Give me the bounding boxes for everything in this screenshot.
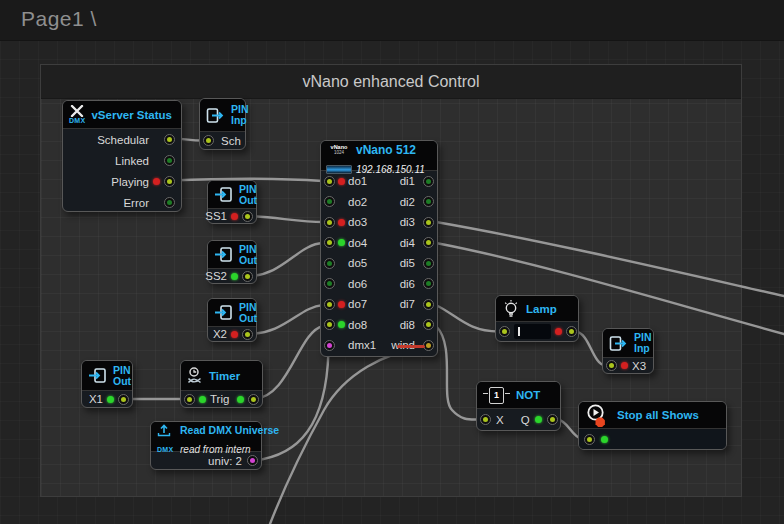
port-x2[interactable] (242, 329, 253, 340)
canvas[interactable]: { "page": { "title": "Page1 \\" }, "pane… (0, 0, 784, 524)
node-header[interactable]: PIN Out (208, 181, 256, 209)
port-di6[interactable] (423, 278, 434, 289)
node-timer[interactable]: Timer Trig (180, 360, 263, 408)
node-header[interactable]: vNano 1024 vNano 512 192.168.150.11 (321, 141, 437, 171)
node-lamp[interactable]: Lamp (495, 295, 579, 342)
port-lamp-in[interactable] (499, 326, 510, 337)
pin-title-top: PIN (239, 184, 257, 195)
node-header[interactable]: PIN Out (82, 361, 132, 391)
port-universe-out[interactable] (247, 455, 258, 466)
node-header[interactable]: Stop all Shows (579, 402, 726, 429)
row-label: Sch (221, 135, 241, 147)
timer-icon (187, 367, 203, 385)
port-do3[interactable] (324, 217, 335, 228)
port-di4[interactable] (423, 237, 434, 248)
port-not-x[interactable] (480, 414, 491, 425)
wire-timer-to-do8[interactable] (255, 326, 324, 399)
node-header[interactable]: PIN Inp (603, 329, 653, 358)
port-do1[interactable] (324, 176, 335, 187)
device-ip: 192.168.150.11 (356, 164, 432, 175)
port-di7[interactable] (423, 299, 434, 310)
port-sch[interactable] (203, 135, 214, 146)
row-lamp (496, 322, 578, 341)
node-not[interactable]: 1 NOT X Q (476, 381, 561, 431)
wire-di8-to-not[interactable] (436, 326, 480, 420)
node-header[interactable]: PIN Out (208, 299, 256, 327)
port-do6[interactable] (324, 278, 335, 289)
do5-label: do5 (348, 257, 367, 269)
pin-inp-icon (206, 107, 225, 124)
do1-label: do1 (348, 175, 367, 187)
row-label: Error (123, 197, 149, 209)
node-title: Stop all Shows (617, 409, 699, 421)
di7-label: di7 (400, 298, 415, 310)
node-pin-out-ss1[interactable]: PIN Out SS1 (207, 180, 257, 224)
node-header[interactable]: PIN Out (208, 241, 256, 269)
node-vserver-status[interactable]: DMX vServer Status Schedular Linked Play… (62, 100, 182, 212)
node-read-dmx-universe[interactable]: Read DMX Universe DMX read from intern u… (150, 421, 262, 470)
port-ss2[interactable] (242, 271, 253, 282)
wire-x2-to-do7[interactable] (249, 305, 324, 334)
node-pin-inp-sch[interactable]: PIN Inp Sch (199, 98, 246, 150)
wire-ss1-to-do3[interactable] (249, 216, 324, 222)
node-header[interactable]: Lamp (496, 296, 578, 322)
port-do2[interactable] (324, 196, 335, 207)
node-header[interactable]: PIN Inp (200, 99, 245, 132)
node-vserver-header[interactable]: DMX vServer Status (63, 101, 181, 129)
upload-icon (157, 424, 171, 437)
port-error[interactable] (164, 197, 175, 208)
row-label: Schedular (97, 134, 149, 146)
port-trig-in[interactable] (184, 394, 195, 405)
row-2: do2 di2 (321, 192, 437, 213)
port-not-q[interactable] (547, 414, 558, 425)
trig-in-led (199, 396, 206, 403)
top-bar: Page1 \ (0, 0, 784, 41)
port-di3[interactable] (423, 217, 434, 228)
port-do4[interactable] (324, 237, 335, 248)
wire-lamp-to-x3[interactable] (576, 332, 605, 366)
port-x1[interactable] (118, 394, 129, 405)
port-do7[interactable] (324, 299, 335, 310)
port-lamp-out[interactable] (566, 326, 577, 337)
pin-title-bottom: Out (113, 376, 131, 387)
node-title: vNano 512 (356, 143, 432, 157)
node-pin-out-ss2[interactable]: PIN Out SS2 (207, 240, 257, 284)
port-di8[interactable] (423, 319, 434, 330)
port-trig-out[interactable] (248, 394, 259, 405)
port-do5[interactable] (324, 258, 335, 269)
row-x3: X3 (603, 358, 653, 373)
port-schedular[interactable] (164, 134, 175, 145)
pin-title-bottom: Out (239, 313, 257, 324)
wire-ss2-to-do4[interactable] (249, 243, 324, 276)
port-x3[interactable] (606, 360, 617, 371)
port-stop-in[interactable] (584, 434, 595, 445)
port-dmx1[interactable] (324, 340, 335, 351)
port-di1[interactable] (423, 176, 434, 187)
wire-di7-to-lamp[interactable] (436, 305, 499, 332)
node-header[interactable]: Read DMX Universe DMX read from intern (151, 422, 261, 452)
node-pin-inp-x3[interactable]: PIN Inp X3 (602, 328, 654, 374)
node-header[interactable]: 1 NOT (477, 382, 560, 409)
row-8: do8 di8 (321, 315, 437, 336)
port-do8[interactable] (324, 319, 335, 330)
di3-label: di3 (400, 216, 415, 228)
node-header[interactable]: Timer (181, 361, 262, 391)
node-pin-out-x1[interactable]: PIN Out X1 (81, 360, 133, 408)
port-di2[interactable] (423, 196, 434, 207)
port-di5[interactable] (423, 258, 434, 269)
port-playing[interactable] (164, 176, 175, 187)
pin-inp-icon (609, 335, 628, 352)
node-vnano-512[interactable]: vNano 1024 vNano 512 192.168.150.11 do1 … (320, 140, 438, 357)
port-linked[interactable] (164, 155, 175, 166)
wind-red-wire[interactable] (397, 345, 425, 348)
node-pin-out-x2[interactable]: PIN Out X2 (207, 298, 257, 342)
port-ss1[interactable] (242, 211, 253, 222)
dmx-badge: DMX (157, 446, 175, 453)
dmx-badge: DMX (69, 117, 85, 125)
node-stop-all-shows[interactable]: Stop all Shows (578, 401, 727, 450)
not-gate-icon: 1 (489, 387, 504, 404)
di4-label: di4 (400, 237, 415, 249)
universe-value[interactable]: univ: 2 (208, 455, 242, 467)
lamp-display[interactable] (514, 324, 551, 339)
wire-wind-down[interactable] (270, 347, 424, 524)
